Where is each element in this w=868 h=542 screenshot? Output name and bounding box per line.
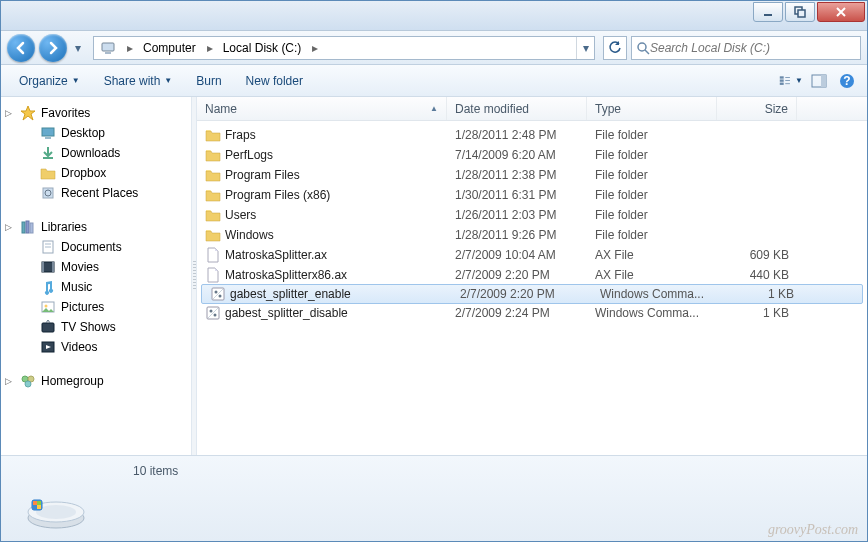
- breadcrumb-arrow[interactable]: ▸: [308, 37, 322, 59]
- search-input[interactable]: [650, 41, 856, 55]
- favorites-header[interactable]: ▷ Favorites: [1, 103, 191, 123]
- file-date: 1/30/2011 6:31 PM: [447, 188, 587, 202]
- breadcrumb-drive[interactable]: Local Disk (C:): [217, 37, 309, 59]
- file-row[interactable]: PerfLogs7/14/2009 6:20 AMFile folder: [197, 145, 867, 165]
- search-icon: [636, 41, 650, 55]
- : TV Shows: [61, 320, 116, 334]
- svg-rect-25: [30, 223, 33, 233]
- help-button[interactable]: ?: [835, 69, 859, 93]
- file-size: 609 KB: [717, 248, 797, 262]
- sidebar-item[interactable]: Recent Places: [1, 183, 191, 203]
- libraries-header[interactable]: ▷ Libraries: [1, 217, 191, 237]
- svg-text:?: ?: [843, 74, 850, 88]
- : Pictures: [61, 300, 104, 314]
- file-row[interactable]: Users1/26/2011 2:03 PMFile folder: [197, 205, 867, 225]
- file-type: File folder: [587, 228, 717, 242]
- minimize-button[interactable]: [753, 2, 783, 22]
- burn-button[interactable]: Burn: [186, 70, 231, 92]
- preview-pane-button[interactable]: [807, 69, 831, 93]
- : Videos: [61, 340, 97, 354]
- favorites-group: ▷ Favorites DesktopDownloadsDropboxRecen…: [1, 103, 191, 203]
- svg-rect-18: [42, 128, 54, 136]
- col-type[interactable]: Type: [587, 97, 717, 120]
- : Dropbox: [61, 166, 106, 180]
- breadcrumb-arrow[interactable]: ▸: [203, 37, 217, 59]
- collapse-icon: ▷: [5, 376, 12, 386]
- file-type: AX File: [587, 248, 717, 262]
- file-row[interactable]: MatroskaSplitter.ax2/7/2009 10:04 AMAX F…: [197, 245, 867, 265]
- newfolder-button[interactable]: New folder: [236, 70, 313, 92]
- file-name: MatroskaSplitterx86.ax: [225, 268, 347, 282]
- file-row[interactable]: Program Files (x86)1/30/2011 6:31 PMFile…: [197, 185, 867, 205]
- sidebar-item[interactable]: Desktop: [1, 123, 191, 143]
- maximize-button[interactable]: [785, 2, 815, 22]
- body: ▷ Favorites DesktopDownloadsDropboxRecen…: [1, 97, 867, 455]
- file-row[interactable]: gabest_splitter_enable2/7/2009 2:20 PMWi…: [201, 284, 863, 304]
- file-row[interactable]: gabest_splitter_disable2/7/2009 2:24 PMW…: [197, 303, 867, 323]
- svg-rect-19: [45, 137, 51, 139]
- sidebar-item[interactable]: Music: [1, 277, 191, 297]
- column-headers: Name▲ Date modified Type Size: [197, 97, 867, 121]
- svg-rect-9: [780, 82, 784, 84]
- : Downloads: [61, 146, 120, 160]
- toolbar: Organize▼ Share with▼ Burn New folder ▼ …: [1, 65, 867, 97]
- file-name: PerfLogs: [225, 148, 273, 162]
- search-box[interactable]: [631, 36, 861, 60]
- organize-button[interactable]: Organize▼: [9, 70, 90, 92]
- sidebar-item[interactable]: Videos: [1, 337, 191, 357]
- file-size: 1 KB: [717, 306, 797, 320]
- cmd-icon: [205, 305, 221, 321]
- sidebar-item[interactable]: Downloads: [1, 143, 191, 163]
- svg-rect-10: [785, 77, 790, 78]
- svg-rect-34: [42, 323, 54, 332]
- statusbar: 10 items: [1, 455, 867, 541]
- sidebar-item[interactable]: Pictures: [1, 297, 191, 317]
- address-bar[interactable]: ▸ Computer ▸ Local Disk (C:) ▸ ▾: [93, 36, 595, 60]
- nav-history-dropdown[interactable]: ▾: [71, 41, 85, 55]
- svg-rect-53: [37, 505, 41, 509]
- file-type: File folder: [587, 208, 717, 222]
- address-computer-icon[interactable]: [94, 37, 123, 59]
- sidebar-item[interactable]: TV Shows: [1, 317, 191, 337]
- explorer-window: ▾ ▸ Computer ▸ Local Disk (C:) ▸ ▾ Organ…: [0, 0, 868, 542]
- file-row[interactable]: Fraps1/28/2011 2:48 PMFile folder: [197, 125, 867, 145]
- file-name: gabest_splitter_disable: [225, 306, 348, 320]
- file-type: File folder: [587, 188, 717, 202]
- svg-rect-12: [785, 83, 790, 84]
- svg-marker-17: [21, 106, 35, 120]
- file-name: Windows: [225, 228, 274, 242]
- : Desktop: [61, 126, 105, 140]
- folder-icon: [205, 187, 221, 203]
- col-date[interactable]: Date modified: [447, 97, 587, 120]
- col-size[interactable]: Size: [717, 97, 797, 120]
- col-name[interactable]: Name▲: [197, 97, 447, 120]
- breadcrumb-arrow[interactable]: ▸: [123, 37, 137, 59]
- file-name: gabest_splitter_enable: [230, 287, 351, 301]
- view-button[interactable]: ▼: [779, 69, 803, 93]
- : Recent Places: [61, 186, 138, 200]
- close-button[interactable]: [817, 2, 865, 22]
- svg-point-45: [214, 314, 217, 317]
- back-button[interactable]: [7, 34, 35, 62]
- homegroup-group: ▷ Homegroup: [1, 371, 191, 391]
- folder-icon: [205, 207, 221, 223]
- address-dropdown[interactable]: ▾: [576, 37, 594, 59]
- svg-rect-30: [42, 262, 44, 272]
- file-row[interactable]: Program Files1/28/2011 2:38 PMFile folde…: [197, 165, 867, 185]
- sidebar-item[interactable]: Documents: [1, 237, 191, 257]
- svg-rect-23: [22, 222, 25, 233]
- breadcrumb-computer[interactable]: Computer: [137, 37, 203, 59]
- sidebar-item[interactable]: Movies: [1, 257, 191, 277]
- file-name: MatroskaSplitter.ax: [225, 248, 327, 262]
- svg-rect-4: [105, 52, 111, 54]
- file-row[interactable]: MatroskaSplitterx86.ax2/7/2009 2:20 PMAX…: [197, 265, 867, 285]
- share-button[interactable]: Share with▼: [94, 70, 183, 92]
- refresh-button[interactable]: [603, 36, 627, 60]
- libraries-group: ▷ Libraries DocumentsMoviesMusicPictures…: [1, 217, 191, 357]
- homegroup-header[interactable]: ▷ Homegroup: [1, 371, 191, 391]
- sidebar-item[interactable]: Dropbox: [1, 163, 191, 183]
- forward-button[interactable]: [39, 34, 67, 62]
- splitter[interactable]: [191, 97, 197, 455]
- file-row[interactable]: Windows1/28/2011 9:26 PMFile folder: [197, 225, 867, 245]
- file-type: Windows Comma...: [592, 287, 722, 301]
